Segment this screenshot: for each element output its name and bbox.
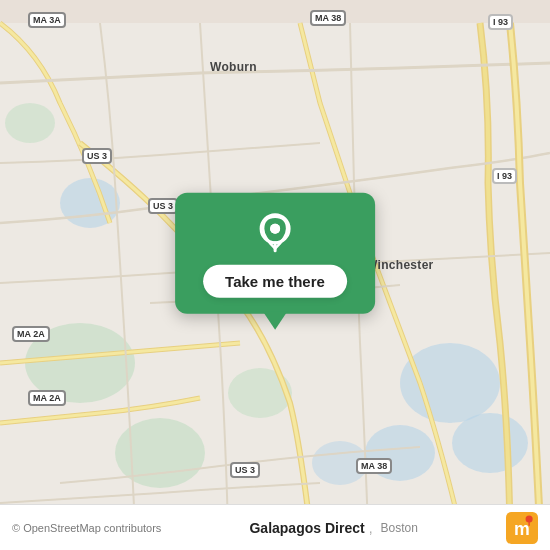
road-badge-us3-bottom: US 3: [230, 462, 260, 478]
svg-point-15: [526, 515, 533, 522]
bottom-bar-info: © OpenStreetMap contributors: [12, 522, 161, 534]
svg-point-12: [270, 224, 280, 234]
moovit-icon: m: [506, 512, 538, 544]
separator: ,: [369, 520, 373, 536]
road-badge-ma38-top: MA 38: [310, 10, 346, 26]
location-popup: Take me there: [175, 193, 375, 314]
road-badge-ma2a-2: MA 2A: [28, 390, 66, 406]
road-badge-us3-mid: US 3: [148, 198, 178, 214]
city-label-winchester: Winchester: [366, 258, 434, 272]
copyright-text: © OpenStreetMap contributors: [12, 522, 161, 534]
road-badge-ma3a: MA 3A: [28, 12, 66, 28]
take-me-there-button[interactable]: Take me there: [203, 265, 347, 298]
svg-point-9: [5, 103, 55, 143]
svg-point-6: [452, 413, 528, 473]
road-badge-i93-top: I 93: [488, 14, 513, 30]
bottom-bar: © OpenStreetMap contributors Galapagos D…: [0, 504, 550, 550]
road-badge-ma2a-1: MA 2A: [12, 326, 50, 342]
svg-point-4: [400, 343, 500, 423]
location-city: Boston: [381, 521, 418, 535]
location-name: Galapagos Direct: [249, 520, 364, 536]
road-badge-us3-left: US 3: [82, 148, 112, 164]
location-pin-icon: [253, 211, 297, 255]
city-label-woburn: Woburn: [210, 60, 257, 74]
map-container: Woburn Winchester MA 3A MA 38 I 93 US 3 …: [0, 0, 550, 550]
road-badge-ma38-bottom: MA 38: [356, 458, 392, 474]
moovit-logo: m: [506, 512, 538, 544]
road-badge-i93-right: I 93: [492, 168, 517, 184]
popup-tail: [263, 312, 287, 330]
